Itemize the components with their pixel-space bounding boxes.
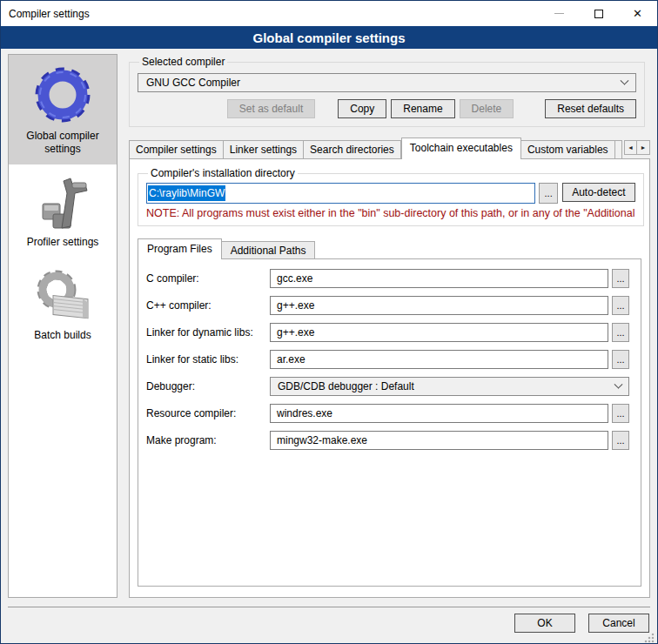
install-dir-group: Compiler's installation directory C:\ray… xyxy=(138,167,644,226)
arrow-right-icon: ► xyxy=(641,144,647,151)
tab-build-options[interactable]: Build xyxy=(615,140,622,159)
sidebar-item-global-compiler-settings[interactable]: Global compiler settings xyxy=(9,55,117,164)
cancel-button[interactable]: Cancel xyxy=(588,614,649,633)
install-dir-row: C:\raylib\MinGW ... Auto-detect xyxy=(146,183,635,204)
tab-custom-variables[interactable]: Custom variables xyxy=(521,140,615,159)
rename-button[interactable]: Rename xyxy=(391,99,454,118)
compiler-settings-dialog: Compiler settings ✕ Global compiler sett… xyxy=(0,0,658,644)
copy-button[interactable]: Copy xyxy=(338,99,386,118)
sidebar-item-profiler-settings[interactable]: Profiler settings xyxy=(9,164,117,258)
program-files-page: C compiler: gcc.exe ... C++ compiler: g+… xyxy=(138,258,641,587)
caption-buttons: ✕ xyxy=(540,1,657,26)
title-bar: Compiler settings ✕ xyxy=(1,1,657,26)
program-files-grid: C compiler: gcc.exe ... C++ compiler: g+… xyxy=(146,269,629,450)
close-icon: ✕ xyxy=(633,8,642,19)
tab-scroll-left-button[interactable]: ◄ xyxy=(624,140,637,155)
delete-button[interactable]: Delete xyxy=(460,99,514,118)
debugger-label: Debugger: xyxy=(146,380,270,392)
toolchain-executables-page: Compiler's installation directory C:\ray… xyxy=(129,158,650,598)
resource-compiler-browse-button[interactable]: ... xyxy=(612,404,629,423)
cpp-compiler-input[interactable]: g++.exe xyxy=(270,296,608,315)
arrow-left-icon: ◄ xyxy=(628,144,634,151)
install-dir-input[interactable]: C:\raylib\MinGW xyxy=(146,183,535,204)
maximize-icon xyxy=(594,10,603,18)
compiler-buttons-row: Set as default Copy Rename Delete Reset … xyxy=(138,99,636,118)
selected-compiler-group: Selected compiler GNU GCC Compiler Set a… xyxy=(129,56,645,127)
resource-compiler-input[interactable]: windres.exe xyxy=(270,404,608,423)
sidebar-item-label: Batch builds xyxy=(10,329,115,342)
window-title: Compiler settings xyxy=(1,8,540,20)
banner-title: Global compiler settings xyxy=(252,30,405,45)
programs-notebook: Program Files Additional Paths C compile… xyxy=(138,238,641,587)
tab-linker-settings[interactable]: Linker settings xyxy=(224,140,304,159)
minimize-icon xyxy=(554,13,564,14)
tab-scroll-buttons: ◄ ► xyxy=(624,140,650,155)
dialog-footer: OK Cancel xyxy=(8,607,650,643)
caliper-icon xyxy=(10,171,115,234)
debugger-select-value: GDB/CDB debugger : Default xyxy=(278,380,615,392)
close-button[interactable]: ✕ xyxy=(618,1,657,26)
grey-gear-stack-icon xyxy=(10,265,115,327)
linker-static-browse-button[interactable]: ... xyxy=(612,350,629,369)
install-dir-selected-text: C:\raylib\MinGW xyxy=(148,185,225,201)
compiler-select-value: GNU GCC Compiler xyxy=(146,77,621,89)
blue-gear-icon xyxy=(10,62,115,128)
linker-dynamic-browse-button[interactable]: ... xyxy=(612,323,629,342)
linker-static-input[interactable]: ar.exe xyxy=(270,350,608,369)
resource-compiler-label: Resource compiler: xyxy=(146,407,270,419)
make-program-input[interactable]: mingw32-make.exe xyxy=(270,431,608,450)
minimize-button[interactable] xyxy=(540,1,579,26)
sidebar-item-label: Profiler settings xyxy=(10,236,115,249)
dialog-content: Global compiler settings Profiler settin… xyxy=(1,49,657,598)
ok-button[interactable]: OK xyxy=(514,614,575,633)
settings-tab-strip: Compiler settings Linker settings Search… xyxy=(129,137,650,158)
make-program-label: Make program: xyxy=(146,434,270,446)
c-compiler-label: C compiler: xyxy=(146,272,270,285)
cpp-compiler-browse-button[interactable]: ... xyxy=(612,296,629,315)
install-dir-group-label: Compiler's installation directory xyxy=(148,167,298,179)
auto-detect-button[interactable]: Auto-detect xyxy=(562,183,634,202)
chevron-down-icon xyxy=(621,76,629,84)
debugger-select[interactable]: GDB/CDB debugger : Default xyxy=(270,377,629,396)
install-dir-note: NOTE: All programs must exist either in … xyxy=(146,207,635,219)
main-panel: Selected compiler GNU GCC Compiler Set a… xyxy=(129,54,650,598)
linker-dynamic-input[interactable]: g++.exe xyxy=(270,323,608,342)
linker-static-label: Linker for static libs: xyxy=(146,353,270,366)
tab-additional-paths[interactable]: Additional Paths xyxy=(221,241,316,259)
maximize-button[interactable] xyxy=(579,1,618,26)
compiler-select[interactable]: GNU GCC Compiler xyxy=(138,73,636,92)
tab-search-directories[interactable]: Search directories xyxy=(304,140,401,159)
install-dir-browse-button[interactable]: ... xyxy=(539,183,558,204)
settings-sidebar: Global compiler settings Profiler settin… xyxy=(8,54,118,598)
dialog-banner: Global compiler settings xyxy=(1,26,657,49)
sidebar-item-batch-builds[interactable]: Batch builds xyxy=(9,258,117,351)
c-compiler-input[interactable]: gcc.exe xyxy=(270,269,608,288)
tab-scroll-right-button[interactable]: ► xyxy=(637,140,650,155)
cpp-compiler-label: C++ compiler: xyxy=(146,299,270,312)
set-as-default-button[interactable]: Set as default xyxy=(227,99,315,118)
sidebar-item-label: Global compiler settings xyxy=(10,130,115,156)
c-compiler-browse-button[interactable]: ... xyxy=(612,269,629,288)
linker-dynamic-label: Linker for dynamic libs: xyxy=(146,326,270,339)
resize-grip[interactable] xyxy=(643,632,655,644)
tab-program-files[interactable]: Program Files xyxy=(138,238,222,259)
programs-tab-strip: Program Files Additional Paths xyxy=(138,238,641,258)
tab-toolchain-executables[interactable]: Toolchain executables xyxy=(401,138,521,159)
selected-compiler-group-label: Selected compiler xyxy=(139,56,227,68)
reset-defaults-button[interactable]: Reset defaults xyxy=(545,99,636,118)
chevron-down-icon xyxy=(614,379,623,388)
make-program-browse-button[interactable]: ... xyxy=(612,431,629,450)
tab-compiler-settings[interactable]: Compiler settings xyxy=(129,140,224,159)
